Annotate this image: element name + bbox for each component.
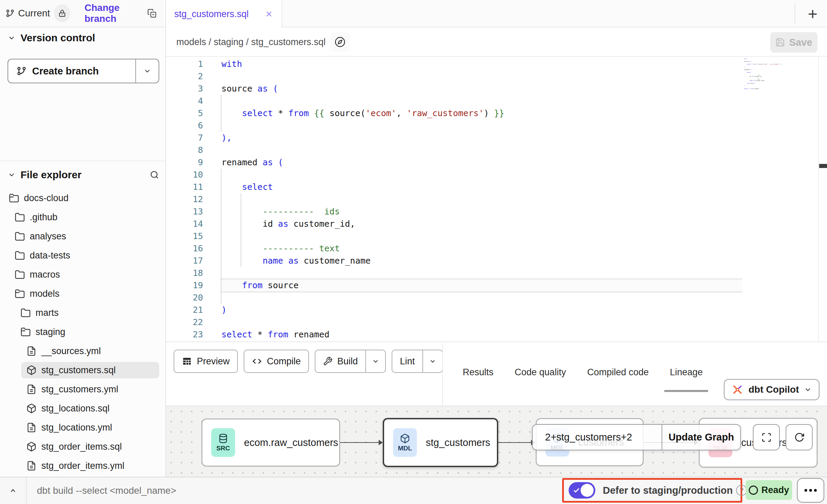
- search-icon[interactable]: [150, 170, 159, 180]
- file-docs-cloud[interactable]: docs-cloud: [0, 188, 165, 208]
- code-line[interactable]: 23select * from renamed: [166, 328, 827, 341]
- dot: [804, 489, 807, 492]
- dbt-copilot-button[interactable]: dbt Copilot: [724, 379, 819, 400]
- create-branch-button[interactable]: Create branch: [8, 59, 159, 83]
- create-branch-menu-button[interactable]: [136, 59, 159, 83]
- file-analyses[interactable]: analyses: [0, 227, 165, 246]
- create-branch-main[interactable]: Create branch: [8, 59, 135, 83]
- file-macros[interactable]: macros: [0, 265, 165, 284]
- fullscreen-button[interactable]: [753, 424, 780, 450]
- file-explorer-title: File explorer: [21, 169, 81, 181]
- code-line[interactable]: 18: [166, 267, 827, 279]
- file-stg-customers-yml[interactable]: stg_customers.yml: [0, 380, 165, 399]
- update-graph-button[interactable]: Update Graph: [662, 425, 740, 450]
- node-label: ecom.raw_customers: [244, 437, 338, 448]
- code-line[interactable]: 24: [166, 341, 827, 342]
- code-line[interactable]: 10: [166, 169, 827, 181]
- code-editor[interactable]: 1with23source as (45 select * from {{ so…: [166, 57, 827, 342]
- copy-icon[interactable]: [147, 8, 157, 18]
- lineage-selector-input[interactable]: 2+stg_customers+2: [533, 425, 662, 450]
- code-line[interactable]: 17 name as customer_name: [166, 255, 827, 267]
- code-line[interactable]: 2: [166, 70, 827, 83]
- code-line[interactable]: 9renamed as (: [166, 156, 827, 169]
- code-line[interactable]: 11 select: [166, 181, 827, 193]
- close-tab-icon[interactable]: [265, 10, 273, 18]
- lineage-canvas[interactable]: SRC ecom.raw_customers MDL stg_customers…: [166, 406, 827, 477]
- line-number: 16: [166, 242, 203, 255]
- expand-command-bar-button[interactable]: [0, 477, 27, 504]
- save-button[interactable]: Save: [770, 32, 817, 53]
- git-branch-icon: [16, 66, 27, 76]
- code-line[interactable]: 13 ---------- ids: [166, 206, 827, 218]
- code-line[interactable]: 16 ---------- text: [166, 242, 827, 255]
- file-stg-locations-sql[interactable]: stg_locations.sql: [0, 399, 165, 418]
- compile-button[interactable]: Compile: [244, 350, 309, 373]
- file-sources-yml[interactable]: __sources.yml: [0, 341, 165, 361]
- chevron-down-icon[interactable]: [8, 34, 16, 42]
- tab-stg-customers-sql[interactable]: stg_customers.sql: [166, 0, 282, 28]
- file-stg-customers-sql[interactable]: stg_customers.sql: [0, 361, 165, 380]
- tab-compiled-code[interactable]: Compiled code: [582, 354, 654, 392]
- lineage-node-ecom-raw-customers[interactable]: SRC ecom.raw_customers: [202, 419, 340, 466]
- minimap[interactable]: withsource as ( select * from {{ source(…: [744, 58, 816, 109]
- file-github[interactable]: .github: [0, 208, 165, 227]
- preview-button[interactable]: Preview: [174, 350, 238, 373]
- scrollbar-thumb[interactable]: [819, 164, 827, 168]
- tab-code-quality[interactable]: Code quality: [509, 354, 571, 392]
- code-line[interactable]: 7),: [166, 132, 827, 144]
- database-icon: [218, 433, 228, 444]
- build-button[interactable]: Build: [315, 350, 386, 373]
- sidebar: Current Change branch Version control Cr…: [0, 0, 166, 477]
- dbt-cloud-ide: Current Change branch Version control Cr…: [0, 0, 827, 504]
- lint-button[interactable]: Lint: [392, 350, 443, 373]
- create-branch-label: Create branch: [32, 66, 99, 77]
- code-line[interactable]: 22: [166, 316, 827, 328]
- file-marts[interactable]: marts: [0, 303, 165, 322]
- copilot-compass-button[interactable]: [330, 32, 350, 52]
- file-data-tests[interactable]: data-tests: [0, 246, 165, 265]
- tab-lineage[interactable]: Lineage: [664, 354, 708, 392]
- lineage-node-stg-customers[interactable]: MDL stg_customers: [383, 418, 498, 467]
- file-stg-order-items-yml[interactable]: stg_order_items.yml: [0, 456, 165, 475]
- change-branch-link[interactable]: Change branch: [84, 2, 147, 24]
- command-input[interactable]: dbt build --select <model_name>: [37, 477, 176, 504]
- build-menu-button[interactable]: [366, 350, 385, 372]
- code-text: ---------- text: [221, 242, 340, 255]
- refresh-icon: [794, 432, 805, 443]
- code-text: with: [221, 58, 242, 70]
- status-label: Ready: [761, 485, 789, 495]
- file-label: models: [30, 289, 59, 299]
- code-line[interactable]: 21): [166, 304, 827, 316]
- tab-title: stg_customers.sql: [174, 9, 249, 19]
- code-line[interactable]: 3source as (: [166, 83, 827, 95]
- panel-divider: [442, 343, 443, 406]
- code-line[interactable]: 15: [166, 230, 827, 242]
- file-label: stg_customers.yml: [41, 384, 118, 395]
- code-line[interactable]: 12: [166, 193, 827, 206]
- code-line[interactable]: 20: [166, 292, 827, 304]
- lint-menu-button[interactable]: [423, 350, 442, 372]
- code-line[interactable]: 19 from source: [166, 279, 827, 292]
- file-stg-order-items-sql[interactable]: stg_order_items.sql: [0, 437, 165, 456]
- code-line[interactable]: 1with: [166, 58, 827, 70]
- file-label: data-tests: [30, 250, 70, 261]
- chevron-down-icon[interactable]: [8, 171, 16, 179]
- tab-results[interactable]: Results: [457, 354, 499, 392]
- code-line[interactable]: 6: [166, 120, 827, 132]
- code-line[interactable]: 14 id as customer_id,: [166, 218, 827, 230]
- code-line[interactable]: 8: [166, 144, 827, 156]
- code-line[interactable]: 5 select * from {{ source('ecom', 'raw_c…: [166, 107, 827, 120]
- defer-toggle[interactable]: [569, 482, 595, 499]
- new-tab-button[interactable]: +: [798, 0, 827, 27]
- defer-label: Defer to staging/production: [603, 485, 733, 496]
- version-control-section-header[interactable]: Version control: [8, 32, 95, 44]
- file-explorer-section-header[interactable]: File explorer: [8, 165, 159, 185]
- file-staging[interactable]: staging: [0, 322, 165, 341]
- code-line[interactable]: 4: [166, 95, 827, 107]
- line-number: 18: [166, 267, 203, 279]
- defer-highlight-box: Defer to staging/production ?: [562, 478, 742, 503]
- file-models[interactable]: models: [0, 284, 165, 303]
- overflow-menu-button[interactable]: [797, 478, 824, 503]
- refresh-button[interactable]: [786, 424, 813, 450]
- file-stg-locations-yml[interactable]: stg_locations.yml: [0, 418, 165, 437]
